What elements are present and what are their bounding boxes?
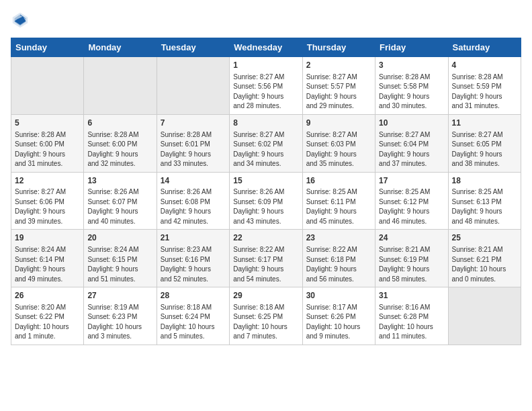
weekday-header-thursday: Thursday — [302, 38, 375, 57]
calendar-cell — [11, 57, 84, 115]
day-info-text: Sunrise: 8:28 AM — [87, 130, 152, 140]
day-info-text: Sunset: 6:26 PM — [306, 312, 371, 322]
day-info-text: Sunset: 6:23 PM — [87, 312, 152, 322]
day-info-text: and 48 minutes. — [452, 217, 517, 227]
day-info-text: Sunrise: 8:28 AM — [15, 130, 80, 140]
day-info-text: Sunset: 6:04 PM — [379, 140, 444, 150]
day-info-text: and 39 minutes. — [15, 217, 80, 227]
day-info-text: and 29 minutes. — [306, 101, 371, 111]
day-number: 31 — [379, 290, 444, 302]
calendar-cell: 5Sunrise: 8:28 AMSunset: 6:00 PMDaylight… — [11, 114, 84, 172]
day-number: 4 — [452, 60, 517, 71]
day-info-text: and 3 minutes. — [87, 332, 152, 342]
day-number: 10 — [379, 118, 444, 129]
day-info-text: Sunset: 6:00 PM — [15, 140, 80, 150]
day-number: 18 — [452, 175, 517, 187]
day-info-text: Sunset: 6:03 PM — [306, 140, 371, 150]
day-info-text: Daylight: 9 hours — [15, 207, 80, 217]
calendar-cell: 1Sunrise: 8:27 AMSunset: 5:56 PMDaylight… — [230, 57, 302, 115]
day-info-text: Sunrise: 8:27 AM — [379, 130, 444, 140]
day-info-text: and 52 minutes. — [161, 275, 226, 285]
day-info-text: and 1 minute. — [15, 332, 80, 342]
day-info-text: Sunset: 5:57 PM — [306, 82, 371, 92]
calendar-cell: 9Sunrise: 8:27 AMSunset: 6:03 PMDaylight… — [302, 114, 375, 172]
day-number: 2 — [306, 60, 371, 71]
day-info-text: Daylight: 9 hours — [87, 150, 152, 160]
day-number: 15 — [233, 175, 298, 187]
day-info-text: and 42 minutes. — [161, 217, 226, 227]
calendar-cell: 19Sunrise: 8:24 AMSunset: 6:14 PMDayligh… — [11, 230, 84, 287]
day-number: 27 — [87, 290, 152, 302]
day-number: 19 — [15, 232, 80, 244]
day-info-text: Sunrise: 8:28 AM — [161, 130, 226, 140]
day-info-text: and 54 minutes. — [233, 275, 298, 285]
day-info-text: Sunrise: 8:21 AM — [379, 245, 444, 255]
weekday-header-wednesday: Wednesday — [230, 38, 302, 57]
day-number: 29 — [233, 290, 298, 302]
day-info-text: and 0 minutes. — [452, 275, 517, 285]
day-info-text: Sunset: 5:59 PM — [452, 82, 517, 92]
day-info-text: and 38 minutes. — [452, 159, 517, 169]
calendar-week-row: 26Sunrise: 8:20 AMSunset: 6:22 PMDayligh… — [11, 287, 521, 345]
calendar-cell: 25Sunrise: 8:21 AMSunset: 6:21 PMDayligh… — [448, 230, 521, 287]
day-number: 16 — [306, 175, 371, 187]
day-info-text: Sunset: 5:56 PM — [233, 82, 298, 92]
day-info-text: and 34 minutes. — [233, 159, 298, 169]
day-info-text: Sunrise: 8:26 AM — [233, 187, 298, 197]
calendar-cell — [84, 57, 157, 115]
calendar-week-row: 19Sunrise: 8:24 AMSunset: 6:14 PMDayligh… — [11, 230, 521, 287]
calendar-cell — [448, 287, 521, 345]
day-info-text: Daylight: 9 hours — [87, 207, 152, 217]
calendar-cell: 21Sunrise: 8:23 AMSunset: 6:16 PMDayligh… — [157, 230, 229, 287]
day-info-text: Daylight: 10 hours — [15, 322, 80, 332]
logo-icon — [11, 11, 30, 30]
day-number: 7 — [161, 118, 226, 129]
calendar-cell: 11Sunrise: 8:27 AMSunset: 6:05 PMDayligh… — [448, 114, 521, 172]
day-number: 21 — [161, 232, 226, 244]
calendar-cell: 6Sunrise: 8:28 AMSunset: 6:00 PMDaylight… — [84, 114, 157, 172]
weekday-header-tuesday: Tuesday — [157, 38, 229, 57]
day-info-text: Sunset: 6:08 PM — [161, 197, 226, 208]
day-info-text: and 7 minutes. — [233, 332, 298, 342]
day-info-text: Sunrise: 8:28 AM — [379, 73, 444, 83]
day-info-text: and 28 minutes. — [233, 101, 298, 111]
day-number: 9 — [306, 118, 371, 129]
day-info-text: and 45 minutes. — [306, 217, 371, 227]
day-number: 28 — [161, 290, 226, 302]
day-number: 14 — [161, 175, 226, 187]
day-info-text: Sunset: 6:06 PM — [15, 197, 80, 208]
day-info-text: Daylight: 9 hours — [452, 207, 517, 217]
day-info-text: and 32 minutes. — [87, 159, 152, 169]
day-info-text: and 56 minutes. — [306, 275, 371, 285]
calendar-cell: 29Sunrise: 8:18 AMSunset: 6:25 PMDayligh… — [230, 287, 302, 345]
day-number: 5 — [15, 118, 80, 129]
day-info-text: and 33 minutes. — [161, 159, 226, 169]
day-info-text: and 43 minutes. — [233, 217, 298, 227]
day-info-text: and 30 minutes. — [379, 101, 444, 111]
page: SundayMondayTuesdayWednesdayThursdayFrid… — [0, 0, 532, 411]
calendar-cell: 10Sunrise: 8:27 AMSunset: 6:04 PMDayligh… — [375, 114, 448, 172]
day-info-text: Sunset: 6:25 PM — [233, 312, 298, 322]
calendar-cell: 23Sunrise: 8:22 AMSunset: 6:18 PMDayligh… — [302, 230, 375, 287]
day-info-text: Daylight: 10 hours — [161, 322, 226, 332]
day-info-text: Sunset: 6:13 PM — [452, 197, 517, 208]
day-info-text: and 11 minutes. — [379, 332, 444, 342]
day-info-text: Sunset: 6:05 PM — [452, 140, 517, 150]
day-info-text: Sunrise: 8:27 AM — [452, 130, 517, 140]
day-info-text: Daylight: 10 hours — [452, 265, 517, 275]
day-number: 26 — [15, 290, 80, 302]
day-info-text: Sunrise: 8:19 AM — [87, 303, 152, 313]
calendar-cell: 31Sunrise: 8:16 AMSunset: 6:28 PMDayligh… — [375, 287, 448, 345]
day-info-text: Sunrise: 8:16 AM — [379, 303, 444, 313]
day-info-text: Sunset: 6:16 PM — [161, 255, 226, 265]
day-info-text: Sunset: 6:18 PM — [306, 255, 371, 265]
day-info-text: Sunrise: 8:27 AM — [306, 73, 371, 83]
day-info-text: Sunrise: 8:18 AM — [233, 303, 298, 313]
day-info-text: Sunset: 6:00 PM — [87, 140, 152, 150]
day-info-text: and 5 minutes. — [161, 332, 226, 342]
day-info-text: Sunset: 6:24 PM — [161, 312, 226, 322]
day-info-text: Daylight: 9 hours — [379, 150, 444, 160]
day-number: 13 — [87, 175, 152, 187]
day-number: 12 — [15, 175, 80, 187]
day-info-text: Sunset: 6:22 PM — [15, 312, 80, 322]
